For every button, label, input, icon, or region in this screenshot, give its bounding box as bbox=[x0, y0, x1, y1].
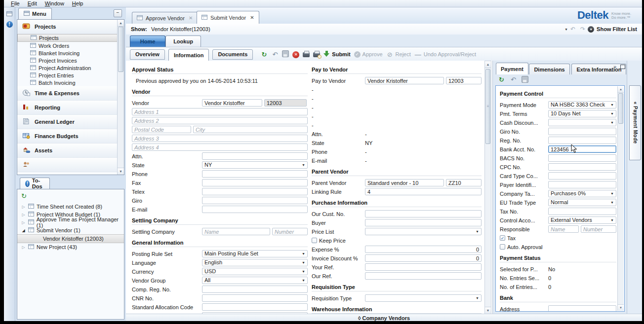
eu-trade-type-dropdown[interactable]: Normal▼ bbox=[548, 199, 616, 206]
todo-item-new-project-43[interactable]: ▷New Project (43) bbox=[17, 243, 124, 251]
maximize-panel-icon[interactable] bbox=[620, 65, 625, 69]
field-input[interactable]: City bbox=[193, 126, 308, 133]
linking-rule-input[interactable]: 4 bbox=[365, 188, 482, 195]
panel-tab-payment[interactable]: Payment bbox=[496, 63, 528, 74]
scroll-up-icon[interactable]: ▲ bbox=[485, 61, 491, 68]
company-ta-dropdown[interactable]: Purchases 0%▼ bbox=[548, 190, 616, 197]
panel-tab-dimensions[interactable]: Dimensions bbox=[529, 64, 569, 74]
sidebar-group-partial[interactable] bbox=[17, 158, 118, 172]
todo-item-approve-time-as-project-manager-1[interactable]: ▷Approve Time as Project Manager (1) bbox=[17, 218, 124, 226]
price-list-dropdown[interactable]: ▼ bbox=[365, 228, 482, 235]
delete-icon[interactable]: ✕ bbox=[292, 51, 299, 58]
pay-to-vendor-input[interactable]: 12003 bbox=[446, 77, 482, 84]
undo-icon[interactable]: ↶ bbox=[271, 51, 279, 58]
company-vendors-footer[interactable]: ◊ Company Vendors bbox=[126, 314, 642, 321]
e-mail-input[interactable] bbox=[202, 206, 308, 213]
scrollbar-thumb[interactable] bbox=[618, 93, 623, 124]
undo-icon[interactable]: ↶ bbox=[510, 76, 517, 83]
state-dropdown[interactable]: NY▼ bbox=[202, 161, 308, 169]
menu-tab[interactable]: Menu bbox=[18, 8, 52, 19]
sidebar-item-work-orders[interactable]: Work Orders bbox=[17, 42, 118, 49]
save-icon[interactable] bbox=[282, 50, 289, 58]
sidebar-group-assets[interactable]: Assets bbox=[17, 144, 118, 158]
menu-window[interactable]: Window bbox=[45, 0, 64, 6]
menu-scrollbar[interactable]: ▲ ▼ bbox=[117, 20, 124, 175]
show-dropdown-icon[interactable]: ▼ bbox=[564, 28, 568, 31]
address-input[interactable] bbox=[548, 305, 616, 312]
sidebar-group-reporting[interactable]: Reporting bbox=[17, 101, 118, 115]
menu-edit[interactable]: Edit bbox=[28, 0, 37, 6]
menu-panel-icon[interactable] bbox=[6, 11, 12, 17]
refresh-icon[interactable]: ↻ bbox=[498, 76, 505, 83]
expand-icon[interactable]: ▷ bbox=[21, 213, 26, 217]
fax-input[interactable] bbox=[202, 179, 308, 186]
submit-button[interactable]: Submit bbox=[323, 51, 350, 58]
save-icon[interactable] bbox=[522, 76, 528, 83]
todo-item-vendor-kristoffer-12003[interactable]: Vendor Kristoffer (12003) bbox=[17, 234, 124, 243]
tab-lookup[interactable]: Lookup bbox=[165, 36, 201, 47]
expense-input[interactable]: 0 bbox=[365, 246, 482, 253]
sidebar-group-finance-budgets[interactable]: Finance Budgets bbox=[17, 129, 118, 144]
vendor-input[interactable]: Vendor Kristoffer bbox=[202, 99, 262, 107]
close-icon[interactable]: ✕ bbox=[189, 15, 193, 21]
subtab-documents[interactable]: Documents bbox=[212, 49, 253, 60]
sidebar-item-project-entries[interactable]: Project Entries bbox=[17, 72, 118, 79]
scroll-down-icon[interactable]: ▼ bbox=[118, 168, 124, 175]
payment-mode-dropdown[interactable]: NA HSBC 3363 Check▼ bbox=[548, 101, 616, 108]
tax-checkbox[interactable] bbox=[500, 235, 505, 241]
address-1-input[interactable]: Address 1 bbox=[132, 108, 308, 115]
parent-vendor-input[interactable]: ZZ10 bbox=[446, 179, 482, 186]
responsible-input[interactable]: Name bbox=[548, 225, 579, 233]
print-icon[interactable] bbox=[303, 51, 310, 58]
phone-input[interactable] bbox=[202, 170, 308, 178]
card-type-co-input[interactable] bbox=[548, 172, 616, 180]
posting-rule-set-dropdown[interactable]: Main Posting Rule Set▼ bbox=[202, 250, 308, 257]
address-2-input[interactable]: Address 2 bbox=[132, 117, 308, 124]
sidebar-item-blanket-invoicing[interactable]: Blanket Invoicing bbox=[17, 49, 118, 57]
scroll-down-icon[interactable]: ▼ bbox=[618, 304, 624, 311]
expand-panel-icon[interactable]: » bbox=[613, 64, 616, 70]
field-input[interactable]: Postal Code bbox=[132, 126, 191, 133]
sidebar-item-project-administration[interactable]: Project Administration bbox=[17, 64, 118, 72]
cash-discoun-dropdown[interactable]: ▼ bbox=[548, 119, 616, 126]
settling-company-input[interactable]: Number bbox=[272, 228, 308, 235]
keep-price-checkbox[interactable] bbox=[312, 238, 317, 243]
sidebar-item-batch-invoicing[interactable]: Batch Invoicing bbox=[17, 79, 118, 86]
reg-no-input[interactable] bbox=[548, 137, 616, 144]
sidebar-group-general-ledger[interactable]: General Ledger bbox=[17, 115, 118, 129]
responsible-input[interactable]: Number bbox=[581, 225, 616, 233]
buyer-input[interactable] bbox=[365, 219, 482, 226]
our-cust-no-input[interactable] bbox=[365, 210, 482, 217]
close-icon[interactable]: ✕ bbox=[250, 15, 254, 20]
todos-rail-icon[interactable]: ! bbox=[6, 21, 13, 28]
expand-icon[interactable]: ▷ bbox=[21, 205, 26, 209]
bacs-no-input[interactable] bbox=[548, 154, 616, 162]
bank-acct-no-input[interactable]: 123456 bbox=[548, 145, 616, 153]
scrollbar-thumb[interactable]: ≡ bbox=[485, 69, 490, 144]
menu-file[interactable]: File bbox=[11, 0, 20, 6]
attn-input[interactable] bbox=[202, 152, 308, 160]
address-4-input[interactable]: Address 4 bbox=[132, 144, 308, 151]
language-dropdown[interactable]: English▼ bbox=[202, 259, 308, 266]
print-preview-icon[interactable] bbox=[313, 51, 320, 58]
payer-identifi-input[interactable] bbox=[548, 181, 616, 188]
your-ref-input[interactable] bbox=[365, 263, 482, 271]
control-acco-dropdown[interactable]: External Vendors▼ bbox=[548, 216, 616, 224]
vendor-group-dropdown[interactable]: All▼ bbox=[202, 277, 308, 284]
our-ref-input[interactable] bbox=[365, 272, 482, 280]
refresh-icon[interactable]: ↻ bbox=[260, 51, 268, 58]
auto-approval-checkbox[interactable] bbox=[500, 244, 505, 250]
tax-no-input[interactable] bbox=[548, 208, 616, 215]
collapse-sidebar-button[interactable]: − bbox=[114, 9, 122, 17]
collapse-icon[interactable]: ◢ bbox=[21, 228, 26, 233]
tab-home[interactable]: Home bbox=[130, 36, 165, 47]
panel-scrollbar[interactable]: ▲ ▼ bbox=[617, 86, 624, 311]
scroll-up-icon[interactable]: ▲ bbox=[118, 20, 124, 27]
todos-tab[interactable]: ! To-Dos bbox=[20, 178, 50, 189]
menu-help[interactable]: Help bbox=[72, 0, 83, 6]
show-value[interactable]: Vendor Kristoffer(12003) bbox=[151, 26, 210, 32]
cnr-no-input[interactable] bbox=[202, 294, 308, 302]
sidebar-item-project-invoices[interactable]: Project Invoices bbox=[17, 57, 118, 64]
subtab-information[interactable]: Information bbox=[168, 49, 209, 61]
payment-mode-vertical-tab[interactable]: « Payment Mode bbox=[629, 85, 641, 160]
